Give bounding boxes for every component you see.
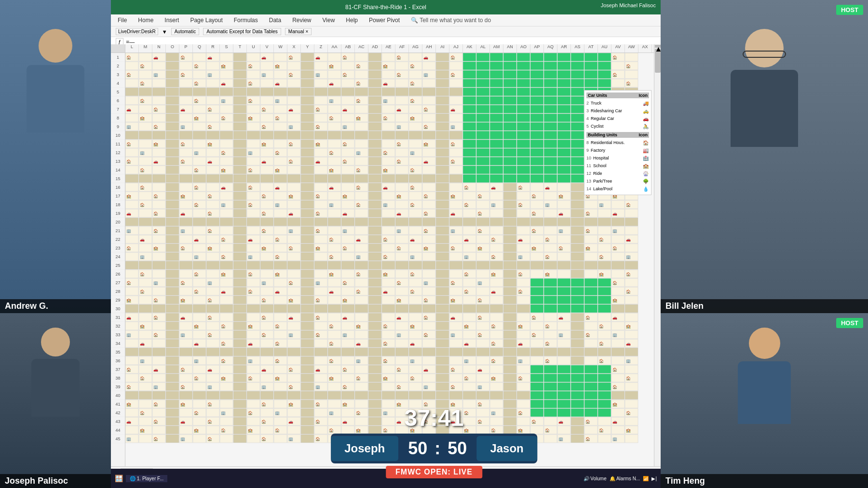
video-panel-andrew: HOST Andrew G. <box>0 0 111 313</box>
col-header-AR: AR <box>557 44 571 53</box>
col-header-T: T <box>233 44 247 53</box>
col-header-AU: AU <box>598 44 611 53</box>
legend-row-11: 11 School 🏫 <box>586 162 649 170</box>
col-header-P: P <box>179 44 193 53</box>
row-num-21: 21 <box>111 226 125 235</box>
taskbar-alarms[interactable]: 🔔 Alarms N... <box>610 476 640 481</box>
legend-building-icon-col: Icon <box>638 132 648 137</box>
legend-hospital-label: Hospital <box>593 156 640 160</box>
row-num-42: 42 <box>111 409 125 417</box>
row-num-25: 25 <box>111 261 125 270</box>
row-num-32: 32 <box>111 322 125 330</box>
menu-insert[interactable]: Insert <box>163 16 181 25</box>
row-num-30: 30 <box>111 304 125 313</box>
row-num-1: 1 <box>111 53 125 62</box>
row-num-23: 23 <box>111 244 125 252</box>
col-header-W: W <box>274 44 287 53</box>
menu-formulas[interactable]: Formulas <box>232 16 260 25</box>
row-num-34: 34 <box>111 339 125 348</box>
row-num-12: 12 <box>111 148 125 157</box>
col-header-AV: AV <box>611 44 625 53</box>
chrome-task[interactable]: 🌐 1. Player F... <box>126 475 167 482</box>
legend-rideshare-icon: 🚕 <box>642 107 649 114</box>
scroll-up-arrow[interactable]: ▲ <box>655 45 661 48</box>
col-headers: LMNOPQRSTUVWXYZAAABACADAEAFAGAHAIAJAKALA… <box>125 44 654 53</box>
taskbar-volume[interactable]: 🔊 Volume <box>583 476 607 481</box>
col-header-AA: AA <box>328 44 341 53</box>
row-numbers: 1234567891011121314151617181920212223242… <box>111 44 125 466</box>
menu-power-pivot[interactable]: Power Pivot <box>367 16 402 25</box>
spreadsheet-area: 1234567891011121314151617181920212223242… <box>111 44 661 466</box>
legend-row-14: 14 Lake/Pool 💧 <box>586 185 649 193</box>
taskbar-network[interactable]: 📶 <box>643 476 649 481</box>
legend-building-title: Building Units <box>588 132 617 137</box>
start-button[interactable]: 🪟 <box>115 475 123 482</box>
legend-car-header: Car Units Icon <box>586 92 649 98</box>
menu-file[interactable]: File <box>116 16 129 25</box>
menu-review[interactable]: Review <box>290 16 313 25</box>
grid-content[interactable]: LMNOPQRSTUVWXYZAAABACADAEAFAGAHAIAJAKALA… <box>125 44 654 466</box>
row-num-41: 41 <box>111 400 125 409</box>
legend-cyclist-icon: 🚴 <box>642 123 649 130</box>
name-tag-joseph: Joseph Palisoc <box>0 474 111 488</box>
legend-row-8: 8 Residential Hous. 🏠 <box>586 139 649 146</box>
row-num-38: 38 <box>111 374 125 382</box>
excel-menu[interactable]: File Home Insert Page Layout Formulas Da… <box>111 14 661 26</box>
row-num-33: 33 <box>111 330 125 339</box>
legend-ride-icon: 🎡 <box>642 170 649 177</box>
player1-button[interactable]: Joseph <box>331 436 398 461</box>
row-num-10: 10 <box>111 131 125 140</box>
row-num-2: 2 <box>111 62 125 70</box>
row-num-19: 19 <box>111 209 125 218</box>
row-num-9: 9 <box>111 122 125 131</box>
legend-car-icon: 🚗 <box>642 115 649 122</box>
excel-title: 81-CF Share-the-Ride 1 - Excel <box>345 4 426 11</box>
col-header-N: N <box>152 44 166 53</box>
toolbar-manual[interactable]: Manual × <box>285 28 312 35</box>
host-badge-br: HOST <box>836 318 863 328</box>
col-header-AQ: AQ <box>544 44 557 53</box>
col-header-AM: AM <box>490 44 503 53</box>
col-header-AG: AG <box>409 44 422 53</box>
col-header-AC: AC <box>355 44 368 53</box>
name-tag-bill: Bill Jelen <box>661 299 868 313</box>
legend-house-label: Residential Hous. <box>591 140 640 145</box>
menu-data[interactable]: Data <box>267 16 283 25</box>
row-num-45: 45 <box>111 435 125 443</box>
legend-car-icon-col: Icon <box>638 93 648 98</box>
col-header-AW: AW <box>625 44 638 53</box>
legend-park-icon: 🌳 <box>642 178 649 185</box>
row-num-29: 29 <box>111 296 125 304</box>
legend-house-icon: 🏠 <box>642 139 649 146</box>
row-num-44: 44 <box>111 426 125 435</box>
scrollbar-vertical[interactable]: ▲ <box>654 44 661 466</box>
player2-button[interactable]: Jason <box>476 436 537 461</box>
scoreboard: 37:41 Joseph 50 : 50 Jason FMWC OPEN: LI… <box>331 405 537 478</box>
col-header-AO: AO <box>517 44 530 53</box>
row-num-26: 26 <box>111 270 125 278</box>
menu-page-layout[interactable]: Page Layout <box>188 16 224 25</box>
video-panel-tim: HOST Tim Heng <box>661 313 868 488</box>
col-header-AF: AF <box>395 44 409 53</box>
excel-toolbar: LiveDriver:DeskR ▼ Automatic Automatic E… <box>111 26 661 37</box>
legend-row-10: 10 Hospital 🏥 <box>586 154 649 162</box>
col-header-O: O <box>166 44 179 53</box>
score2: 50 <box>448 438 467 459</box>
col-header-AS: AS <box>571 44 584 53</box>
toolbar-except[interactable]: Automatic Except for Data Tables <box>203 28 281 35</box>
toolbar-cell-ref[interactable]: LiveDriver:DeskR <box>116 28 158 35</box>
excel-user: Joseph Michael Falisoc <box>601 2 656 8</box>
menu-tell-me[interactable]: 🔍 Tell me what you want to do <box>409 16 493 25</box>
menu-view[interactable]: View <box>321 16 337 25</box>
col-header-V: V <box>260 44 274 53</box>
legend-panel: Car Units Icon 2 Truck 🚚 3 Ridesharing C… <box>584 90 651 195</box>
legend-row-5: 5 Cyclist 🚴 <box>586 122 649 130</box>
legend-car-title: Car Units <box>588 93 607 98</box>
menu-help[interactable]: Help <box>344 16 360 25</box>
score-display: 50 : 50 <box>398 434 476 463</box>
taskbar-time: ▶| <box>651 476 657 481</box>
toolbar-calc[interactable]: Automatic <box>171 28 199 35</box>
menu-home[interactable]: Home <box>136 16 155 25</box>
legend-hospital-icon: 🏥 <box>642 155 649 161</box>
legend-row-9: 9 Factory 🏭 <box>586 146 649 154</box>
